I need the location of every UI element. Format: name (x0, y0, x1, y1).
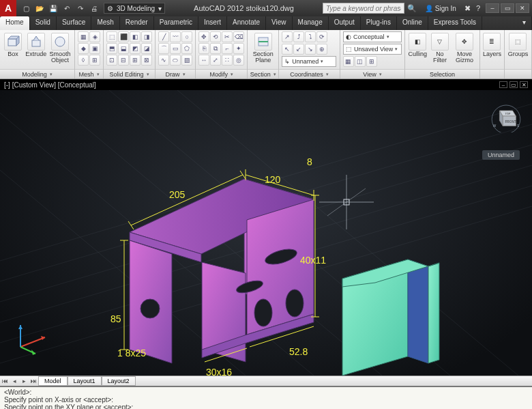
undo-icon[interactable]: ↶ (61, 3, 72, 14)
doc-close-button[interactable]: ✕ (520, 81, 528, 88)
tab-express[interactable]: Express Tools (428, 16, 482, 30)
exchange-icon[interactable]: ✖ (462, 4, 473, 13)
scale-icon[interactable]: ⤢ (210, 55, 221, 66)
extrude-button[interactable]: Extrude (25, 31, 46, 57)
rotate-icon[interactable]: ⟲ (210, 31, 221, 42)
offset-icon[interactable]: ◎ (233, 55, 244, 66)
mesh-tool-icon[interactable]: ⊞ (89, 55, 100, 66)
culling-button[interactable]: ◧Culling (408, 31, 428, 57)
tab-online[interactable]: Online (397, 16, 428, 30)
ucs-name-dropdown[interactable]: ↳Unnamed▾ (282, 56, 336, 67)
solid-tool-icon[interactable]: ⬚ (106, 31, 117, 42)
model-viewport[interactable]: 8 120 205 40x11 85 1 8x25 30x16 52.8 FRO… (0, 90, 532, 376)
box-button[interactable]: Box (3, 31, 23, 57)
workspace-dropdown[interactable]: ⚙ 3D Modeling ▾ (104, 3, 165, 14)
arc-icon[interactable]: ⌒ (158, 43, 169, 54)
help-icon[interactable]: ? (473, 4, 483, 12)
window-restore-button[interactable]: ▭ (501, 3, 514, 13)
tab-nav-next[interactable]: ▸ (19, 378, 29, 384)
hatch-icon[interactable]: ▨ (181, 55, 192, 66)
solid-tool-icon[interactable]: ⊞ (130, 55, 141, 66)
copy-icon[interactable]: ⎘ (198, 43, 209, 54)
new-icon[interactable]: ▢ (20, 3, 31, 14)
model-object[interactable]: 8 120 205 40x11 85 1 8x25 30x16 52.8 (89, 145, 443, 391)
tab-nav-last[interactable]: ⏭ (29, 378, 38, 384)
search-input[interactable] (323, 3, 404, 14)
stretch-icon[interactable]: ↔ (198, 55, 209, 66)
ellipse-icon[interactable]: ⬭ (170, 55, 181, 66)
array-icon[interactable]: ∷ (222, 55, 233, 66)
search-help-icon[interactable]: 🔍 (404, 4, 419, 13)
tab-manage[interactable]: Manage (293, 16, 329, 30)
solid-tool-icon[interactable]: ◩ (130, 43, 141, 54)
mesh-tool-icon[interactable]: ▣ (89, 43, 100, 54)
erase-icon[interactable]: ⌫ (233, 31, 244, 42)
ucs-icon[interactable]: ↗ (282, 31, 293, 42)
view-name-badge[interactable]: Unnamed (482, 150, 520, 160)
ucs-icon[interactable]: ↘ (305, 44, 316, 55)
move-icon[interactable]: ✥ (198, 31, 209, 42)
view-tool-icon[interactable]: ◫ (355, 56, 366, 67)
solid-tool-icon[interactable]: ◧ (130, 31, 141, 42)
view-cube[interactable]: FRONT TOP W S (490, 100, 522, 132)
layers-button[interactable]: ≣Layers (483, 31, 501, 57)
ucs-icon[interactable]: ⟳ (316, 31, 327, 42)
saved-view-dropdown[interactable]: ⬚Unsaved View▾ (343, 44, 402, 55)
section-plane-button[interactable]: Section Plane (250, 31, 276, 64)
nofilter-button[interactable]: ▽No Filter (430, 31, 450, 64)
mirror-icon[interactable]: ⧉ (210, 43, 221, 54)
doc-restore-button[interactable]: ▭ (509, 81, 518, 88)
view-tool-icon[interactable]: ⊞ (366, 56, 377, 67)
rect-icon[interactable]: ▭ (170, 43, 181, 54)
mesh-tool-icon[interactable]: ◆ (78, 43, 89, 54)
tab-nav-first[interactable]: ⏮ (0, 378, 10, 384)
open-icon[interactable]: 📂 (34, 3, 45, 14)
window-close-button[interactable]: ✕ (516, 3, 529, 13)
save-icon[interactable]: 💾 (48, 3, 59, 14)
tab-output[interactable]: Output (329, 16, 361, 30)
solid-tool-icon[interactable]: ◨ (141, 31, 152, 42)
doc-minimize-button[interactable]: – (499, 81, 507, 88)
circle-icon[interactable]: ○ (181, 31, 192, 42)
solid-tool-icon[interactable]: ⬒ (106, 43, 117, 54)
ucs-icon[interactable]: ↙ (293, 44, 304, 55)
tab-plugins[interactable]: Plug-ins (361, 16, 397, 30)
redo-icon[interactable]: ↷ (75, 3, 86, 14)
solid-tool-icon[interactable]: ⬛ (118, 31, 129, 42)
smooth-button[interactable]: Smooth Object (48, 31, 72, 64)
ucs-icon[interactable]: ⤵ (305, 31, 316, 42)
gizmo-button[interactable]: ✥Move Gizmo (452, 31, 477, 64)
viewport-label[interactable]: [-] [Custom View] [Conceptual] (4, 81, 96, 89)
tab-view[interactable]: View (266, 16, 293, 30)
window-minimize-button[interactable]: – (486, 3, 499, 13)
sign-in-button[interactable]: 👤 Sign In (419, 5, 462, 12)
app-menu-button[interactable]: A (0, 0, 16, 16)
fillet-icon[interactable]: ⌐ (222, 43, 233, 54)
explode-icon[interactable]: ✦ (233, 43, 244, 54)
tab-mesh[interactable]: Mesh (91, 16, 119, 30)
solid-tool-icon[interactable]: ⬓ (118, 43, 129, 54)
visual-style-dropdown[interactable]: ◐Conceptual▾ (343, 31, 402, 42)
tab-annotate[interactable]: Annotate (227, 16, 266, 30)
groups-button[interactable]: ⬚Groups (507, 31, 529, 57)
ucs-icon[interactable]: ⤴ (293, 31, 304, 42)
trim-icon[interactable]: ✂ (222, 31, 233, 42)
tab-nav-prev[interactable]: ◂ (10, 378, 19, 384)
mesh-tool-icon[interactable]: ◈ (89, 31, 100, 42)
ribbon-options-icon[interactable]: ▾ (517, 16, 532, 30)
tab-surface[interactable]: Surface (57, 16, 91, 30)
solid-tool-icon[interactable]: ⊡ (106, 55, 117, 66)
mesh-tool-icon[interactable]: ◊ (78, 55, 89, 66)
poly-icon[interactable]: ⬠ (181, 43, 192, 54)
solid-tool-icon[interactable]: ◪ (141, 43, 152, 54)
tab-home[interactable]: Home (0, 16, 30, 30)
solid-tool-icon[interactable]: ⊟ (118, 55, 129, 66)
mesh-tool-icon[interactable]: ▦ (78, 31, 89, 42)
tab-parametric[interactable]: Parametric (154, 16, 198, 30)
solid-tool-icon[interactable]: ⊠ (141, 55, 152, 66)
tab-solid[interactable]: Solid (30, 16, 57, 30)
view-tool-icon[interactable]: ▦ (343, 56, 354, 67)
pline-icon[interactable]: 〰 (170, 31, 181, 42)
line-icon[interactable]: ╱ (158, 31, 169, 42)
spline-icon[interactable]: ∿ (158, 55, 169, 66)
